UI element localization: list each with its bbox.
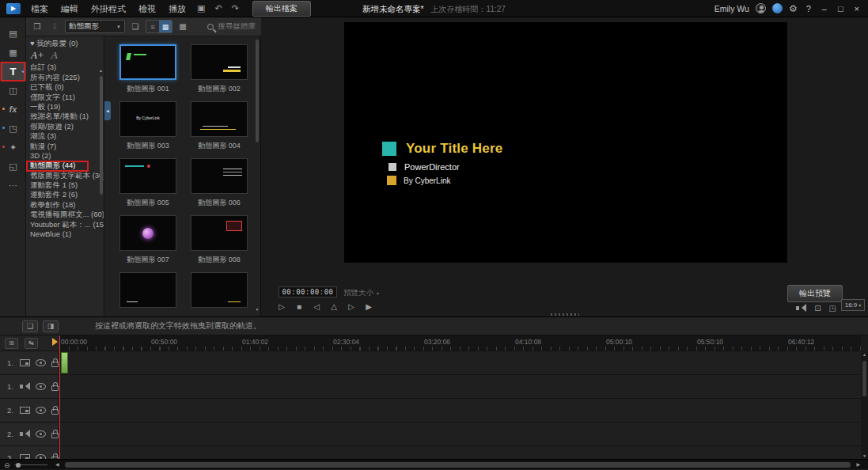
menu-view[interactable]: 檢視 [133,0,161,17]
category-youtuber[interactable]: Youtuber 範本：... (15) [26,220,104,229]
produce-button[interactable]: 輸出檔案 [252,1,311,17]
create-title-icon[interactable]: A+ [31,49,44,62]
category-credits[interactable]: 致謝名單/捲動 (1) [26,112,104,121]
range-marker-icon[interactable] [52,338,58,346]
menu-file[interactable]: 檔案 [25,0,54,17]
scroll-down-icon[interactable]: ▼ [861,453,868,458]
collapse-panel-tab[interactable]: ◀ [104,101,111,120]
template-thumbnail[interactable]: 動態圖形 005 [116,158,180,208]
track-lane[interactable] [59,446,861,459]
category-legacy-graphic-text[interactable]: 舊版圖形文字範本 (30) [26,171,104,180]
help-icon[interactable]: ? [804,4,813,13]
detail-view-icon[interactable]: ▩ [176,20,190,33]
scroll-down-icon[interactable]: ▼ [255,307,260,312]
track-header[interactable]: 2. [0,399,59,423]
menu-plugins[interactable]: 外掛程式 [85,0,131,17]
track-header[interactable]: 3. [0,446,59,459]
capture-icon[interactable]: ▣ [193,3,209,13]
preview-quality-dropdown[interactable]: 預覽大小 ▾ [343,288,379,298]
timecode-display[interactable]: 00:00:00:00 [279,286,337,298]
timeline-zoom-control[interactable]: ⊖ [4,460,47,470]
category-broadcast[interactable]: 電視播報圖框文... (60) [26,210,104,219]
zoom-out-icon[interactable]: ⊖ [4,461,10,469]
adjustment-room-icon[interactable]: ▦ [0,43,26,62]
directorzone-icon[interactable] [772,3,783,13]
snapshot-button[interactable]: △ [329,302,339,311]
particle-room-icon[interactable]: ✦ [0,138,26,157]
category-trendy[interactable]: 潮流 (3) [26,131,104,141]
scroll-right-icon[interactable]: ▶ [856,461,860,467]
close-icon[interactable]: × [852,4,862,13]
category-dropdown[interactable]: 動態圖形 ▼ [65,20,125,33]
maximize-icon[interactable]: □ [836,4,846,13]
lock-track-icon[interactable] [51,433,59,438]
user-avatar-icon[interactable] [756,3,766,13]
template-thumbnail[interactable]: 動態圖形 004 [187,101,252,151]
category-holiday[interactable]: 假期/旅遊 (2) [26,122,104,131]
import-media-icon[interactable]: ❐ [30,20,44,33]
minimize-icon[interactable]: – [820,4,829,13]
grid-scrollbar[interactable]: ▼ [255,40,260,313]
edit-title-icon[interactable]: A [51,49,58,62]
title-room-icon[interactable]: T ◀ [0,62,26,81]
category-sports-pack-1[interactable]: 運動套件 1 (5) [26,180,104,190]
search-input[interactable]: 搜尋媒體庫 [218,21,256,32]
track-lane[interactable] [59,423,861,446]
category-all-content[interactable]: 所有內容 (225) [26,73,104,82]
play-button[interactable]: ▷ [277,302,286,311]
settings-gear-icon[interactable]: ⚙ [789,3,798,14]
transition-room-icon[interactable]: ◫ [0,81,26,100]
category-3d[interactable]: 3D (2) [26,151,104,161]
redo-icon[interactable]: ↷ [228,3,243,13]
scrollbar-thumb[interactable] [256,40,259,142]
more-rooms-icon[interactable]: ⋯ [0,176,26,195]
category-newblue[interactable]: NewBlue (1) [26,229,104,239]
scrollbar-thumb[interactable] [100,76,103,195]
track-header[interactable]: 1. [0,375,59,399]
fit-timeline-icon[interactable]: ↹ [25,338,38,349]
category-custom[interactable]: 自訂 (3) [26,63,104,72]
title-clip[interactable] [61,352,68,373]
template-thumbnail[interactable]: 動態圖形 007 [116,215,180,265]
playhead[interactable] [59,335,60,459]
collapse-arrow-icon[interactable]: ◀ [21,68,25,74]
media-room-icon[interactable]: ▤ [0,24,26,43]
menu-edit[interactable]: 編輯 [55,0,84,17]
track-select-tool-icon[interactable]: ❑ [22,320,38,332]
category-sports-pack-2[interactable]: 運動套件 2 (6) [26,190,104,199]
timeline-vertical-scrollbar[interactable]: ▲ ▼ [861,351,868,459]
undo-icon[interactable]: ↶ [210,3,226,13]
template-thumbnail[interactable]: 動態圖形 002 [187,44,252,94]
timeline-ruler[interactable]: 00:00:00 00:50:00 01:40:02 02:30:04 03:2… [59,335,861,351]
toggle-visibility-icon[interactable] [36,430,46,438]
toggle-visibility-icon[interactable] [36,407,46,414]
lock-track-icon[interactable] [51,409,59,415]
effect-room-icon[interactable]: fx [0,100,26,119]
pip-room-icon[interactable]: ◳ [0,119,26,138]
track-header[interactable]: 2. [0,423,59,446]
step-back-button[interactable]: ◁ [312,302,321,311]
template-thumbnail[interactable]: 動態圖形 001 [116,44,180,94]
category-favorites[interactable]: ♥ 我的最愛 (0) [26,39,104,48]
timeline-horizontal-scrollbar[interactable]: ⊖ ◀ ▶ [0,459,868,469]
lock-track-icon[interactable] [51,362,59,367]
toggle-visibility-icon[interactable] [36,359,46,366]
toggle-visibility-icon[interactable] [36,383,46,390]
render-preview-button[interactable]: 輸出預覽 [787,285,843,302]
track-manager-icon[interactable]: ⊞ [5,338,18,349]
search-icon[interactable] [207,24,214,30]
template-thumbnail[interactable]: 動態圖形 006 [187,158,252,208]
snapshot-icon[interactable]: ⊡ [814,304,821,313]
subtitle-room-icon[interactable]: ◱ [0,157,26,176]
category-anime[interactable]: 動漫 (7) [26,142,104,151]
category-教學創作[interactable]: 教學創作 (18) [26,200,104,210]
template-thumbnail[interactable]: 動態圖形 008 [187,215,252,265]
stop-button[interactable]: ■ [294,302,304,311]
scroll-up-icon[interactable]: ▲ [861,352,868,357]
category-text-only[interactable]: 僅限文字 (11) [26,93,104,102]
category-general[interactable]: 一般 (19) [26,102,104,112]
scroll-up-icon[interactable]: ▲ [98,68,104,73]
template-thumbnail-partial[interactable] [187,272,252,308]
track-lane[interactable] [59,375,861,399]
download-icon[interactable]: ⇩ [47,20,62,33]
